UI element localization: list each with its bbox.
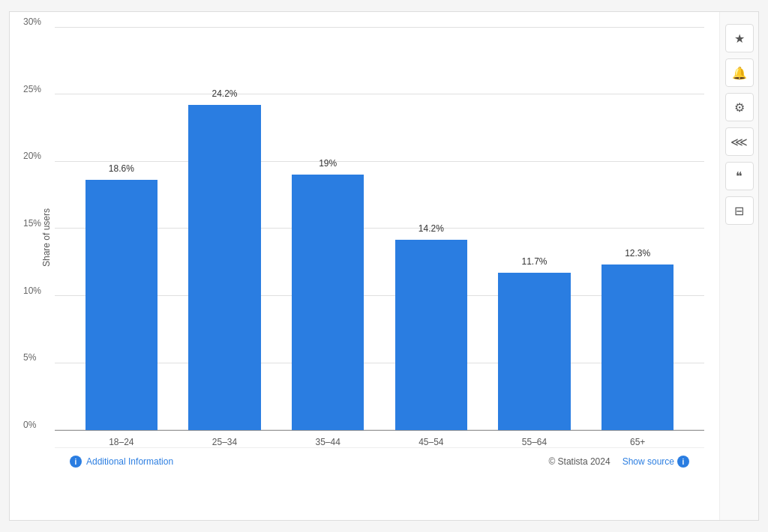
y-axis-tick: 30% [23, 16, 41, 27]
y-axis-tick: 25% [23, 84, 41, 94]
print-button[interactable]: ⊟ [725, 196, 754, 225]
chart-area: Share of users 30%25%20%15%10%5%0% 18.6%… [10, 12, 719, 520]
bar-value-label: 24.2% [212, 88, 237, 99]
bar-group: 14.2% [380, 27, 483, 430]
y-axis-tick: 5% [23, 352, 36, 363]
x-axis-labels: 18–2425–3435–4445–5455–6465+ [55, 431, 704, 447]
bar-group: 12.3% [586, 27, 689, 430]
bar-group: 19% [276, 27, 380, 430]
show-source-label: Show source [622, 456, 674, 467]
bar-value-label: 12.3% [625, 248, 650, 259]
show-source-button[interactable]: Show source i [622, 456, 689, 468]
x-axis-tick: 18–24 [70, 437, 173, 447]
y-axis-tick: 15% [23, 218, 41, 229]
info-icon: i [70, 456, 82, 468]
chart-inner: 30%25%20%15%10%5%0% 18.6%24.2%19%14.2%11… [55, 27, 704, 430]
footer: i Additional Information © Statista 2024… [55, 447, 704, 475]
share-button[interactable]: ⋘ [725, 127, 754, 156]
bar-value-label: 19% [319, 158, 337, 169]
x-axis-tick: 65+ [586, 437, 689, 447]
bar-group: 24.2% [173, 27, 277, 430]
sidebar: ★🔔⚙⋘❝⊟ [719, 12, 758, 520]
bar: 11.7% [498, 273, 570, 430]
cite-button[interactable]: ❝ [725, 162, 754, 190]
bar-group: 18.6% [70, 27, 173, 430]
x-axis-tick: 35–44 [276, 437, 380, 447]
bar: 18.6% [86, 180, 158, 430]
bookmark-button[interactable]: ★ [725, 24, 754, 52]
footer-right: © Statista 2024 Show source i [548, 456, 689, 468]
bar: 12.3% [602, 265, 674, 430]
bar-value-label: 11.7% [522, 256, 548, 267]
x-axis-tick: 25–34 [173, 437, 277, 447]
bars-row: 18.6%24.2%19%14.2%11.7%12.3% [55, 27, 704, 430]
y-axis-tick: 0% [23, 420, 36, 430]
source-info-icon: i [677, 456, 689, 468]
y-axis-tick: 10% [23, 285, 41, 296]
bar-value-label: 18.6% [109, 163, 134, 174]
x-axis-tick: 45–54 [380, 437, 483, 447]
bar: 14.2% [395, 240, 467, 430]
y-axis-tick: 20% [23, 151, 41, 161]
bar-group: 11.7% [483, 27, 586, 430]
chart-widget: Share of users 30%25%20%15%10%5%0% 18.6%… [9, 11, 759, 521]
settings-button[interactable]: ⚙ [725, 93, 754, 121]
bar: 19% [292, 175, 364, 430]
bar: 24.2% [188, 105, 260, 430]
chart-container: Share of users 30%25%20%15%10%5%0% 18.6%… [55, 27, 704, 447]
y-axis-label: Share of users [41, 208, 52, 266]
x-axis-tick: 55–64 [483, 437, 586, 447]
bar-value-label: 14.2% [418, 223, 444, 234]
additional-info-label: Additional Information [86, 456, 173, 467]
statista-credit: © Statista 2024 [548, 456, 610, 467]
additional-info-button[interactable]: i Additional Information [70, 456, 173, 468]
alert-button[interactable]: 🔔 [725, 58, 754, 87]
